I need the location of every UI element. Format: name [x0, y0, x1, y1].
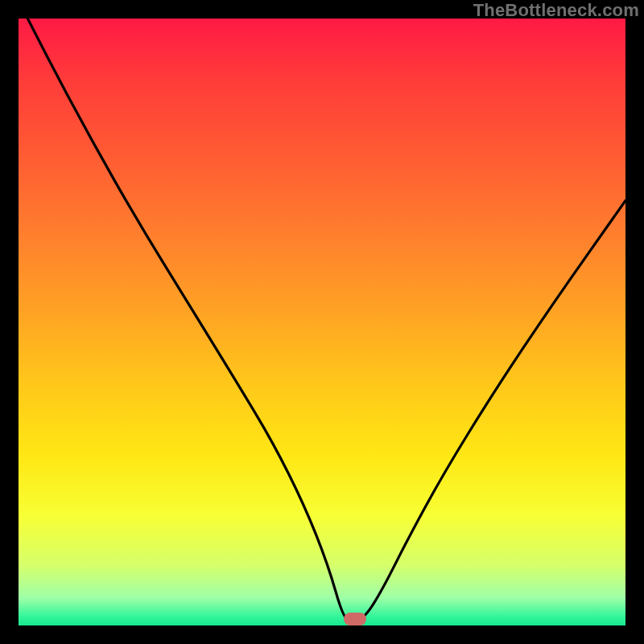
- plot-area: [19, 19, 625, 625]
- chart-container: TheBottleneck.com: [0, 0, 644, 644]
- optimum-marker: [344, 613, 366, 625]
- bottleneck-curve: [19, 19, 625, 625]
- watermark-text: TheBottleneck.com: [473, 0, 639, 21]
